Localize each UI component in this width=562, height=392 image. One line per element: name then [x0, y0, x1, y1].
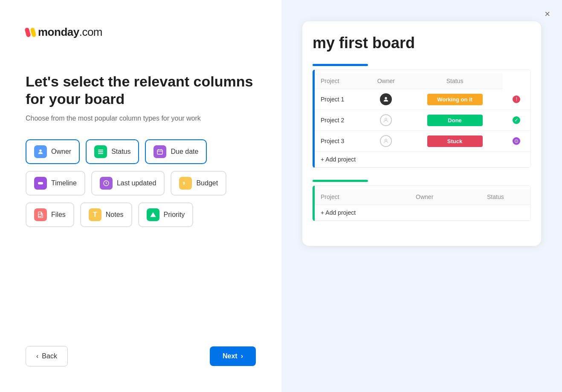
- priority-col-1: !: [503, 89, 530, 110]
- notes-icon: T: [89, 208, 101, 221]
- col-status-2: Status: [461, 189, 530, 205]
- svg-rect-2: [98, 151, 103, 152]
- chip-lastupdated-label: Last updated: [117, 179, 156, 187]
- project-status-1: Working on it: [407, 89, 502, 110]
- project-owner-2: [365, 110, 407, 131]
- chip-files[interactable]: Files: [26, 202, 74, 227]
- close-button[interactable]: ×: [545, 9, 550, 20]
- logo-text: monday.com: [38, 26, 102, 39]
- group2-bar: [313, 180, 368, 182]
- col-status-1: Status: [407, 73, 502, 89]
- left-content: Let's select the relevant columns for yo…: [26, 73, 256, 329]
- project-owner-1: [365, 89, 407, 110]
- back-chevron-icon: ‹: [36, 352, 38, 360]
- logo-slash-2: [30, 27, 36, 37]
- project-status-2: Done: [407, 110, 502, 131]
- group1-table-wrapper: Project Owner Status Project 1: [313, 69, 531, 168]
- group1-header-row: Project Owner Status: [315, 73, 530, 89]
- chip-owner-label: Owner: [51, 148, 71, 156]
- add-project-label-2[interactable]: + Add project: [315, 205, 530, 221]
- chip-owner[interactable]: Owner: [26, 139, 80, 164]
- back-label: Back: [42, 352, 57, 360]
- chip-priority[interactable]: Priority: [138, 202, 194, 227]
- project-name-2: Project 2: [315, 110, 365, 131]
- status-badge: Stuck: [427, 135, 483, 147]
- back-button[interactable]: ‹ Back: [26, 346, 68, 366]
- chip-duedate-label: Due date: [171, 148, 198, 156]
- col-owner-1: Owner: [365, 73, 407, 89]
- group2-header-row: Project Owner Status: [315, 189, 530, 205]
- svg-point-15: [385, 118, 387, 120]
- chip-budget-label: Budget: [196, 179, 218, 187]
- status-badge: Working on it: [427, 94, 483, 105]
- svg-rect-12: [38, 214, 43, 217]
- chip-timeline[interactable]: Timeline: [26, 171, 85, 196]
- group2-table-wrapper: Project Owner Status + Add project: [313, 185, 531, 221]
- priority-col-2: ✓: [503, 110, 530, 131]
- sub-heading: Choose from the most popular column type…: [26, 115, 256, 122]
- left-panel: monday.com Let's select the relevant col…: [0, 0, 281, 392]
- project-status-3: Stuck: [407, 131, 502, 152]
- status-icon: [94, 145, 107, 158]
- svg-text:$: $: [183, 181, 185, 185]
- col-project-2: Project: [315, 189, 389, 205]
- chip-budget[interactable]: $ Budget: [171, 171, 226, 196]
- right-panel: × my first board Project Owner Status: [281, 0, 562, 392]
- svg-point-16: [385, 139, 387, 141]
- chip-status[interactable]: Status: [86, 139, 139, 164]
- timeline-icon: [34, 177, 47, 190]
- table-row: Project 2 Done ✓: [315, 110, 530, 131]
- columns-row-2: Timeline Last updated $ Budget: [26, 171, 256, 196]
- avatar-placeholder: [380, 114, 392, 126]
- bottom-nav: ‹ Back Next ›: [26, 329, 256, 366]
- group1-bar: [313, 64, 368, 66]
- chip-status-label: Status: [111, 148, 130, 156]
- project-name-3: Project 3: [315, 131, 365, 152]
- svg-rect-1: [98, 150, 103, 150]
- board-preview: my first board Project Owner Status Pr: [302, 21, 541, 246]
- priority-indicator-1: !: [513, 95, 520, 103]
- group1-table: Project Owner Status Project 1: [315, 73, 530, 167]
- files-icon: [34, 208, 47, 221]
- priority-icon: [147, 208, 159, 221]
- chip-timeline-label: Timeline: [51, 179, 77, 187]
- col-owner-2: Owner: [389, 189, 461, 205]
- next-chevron-icon: ›: [241, 352, 243, 360]
- board-title: my first board: [313, 34, 531, 52]
- columns-grid: Owner Status Due date: [26, 139, 256, 227]
- priority-indicator-3: ⊙: [513, 137, 520, 145]
- columns-row-3: Files T Notes Priority: [26, 202, 256, 227]
- add-row: + Add project: [315, 205, 530, 221]
- columns-row-1: Owner Status Due date: [26, 139, 256, 164]
- next-label: Next: [223, 352, 238, 360]
- owner-icon: [34, 145, 47, 158]
- svg-marker-13: [150, 212, 156, 217]
- next-button[interactable]: Next ›: [210, 346, 256, 366]
- group2: Project Owner Status + Add project: [313, 180, 531, 221]
- project-owner-3: [365, 131, 407, 152]
- logo-slash-1: [24, 27, 31, 37]
- svg-rect-4: [157, 150, 162, 154]
- priority-indicator-2: ✓: [513, 116, 520, 124]
- chip-notes[interactable]: T Notes: [80, 202, 132, 227]
- chip-lastupdated[interactable]: Last updated: [91, 171, 165, 196]
- col-project-1: Project: [315, 73, 365, 89]
- table-row: Project 1 Working on it !: [315, 89, 530, 110]
- lastupdated-icon: [100, 177, 113, 190]
- group1: Project Owner Status Project 1: [313, 64, 531, 168]
- main-heading: Let's select the relevant columns for yo…: [26, 73, 256, 108]
- add-row: + Add project: [315, 152, 530, 167]
- add-project-label-1[interactable]: + Add project: [315, 152, 530, 167]
- duedate-icon: [154, 145, 166, 158]
- status-badge: Done: [427, 115, 483, 126]
- svg-point-0: [39, 149, 41, 151]
- group2-table: Project Owner Status + Add project: [315, 189, 530, 221]
- logo-icon: [26, 28, 35, 37]
- avatar-placeholder: [380, 135, 392, 147]
- chip-files-label: Files: [51, 211, 66, 219]
- chip-duedate[interactable]: Due date: [145, 139, 207, 164]
- table-row: Project 3 Stuck ⊙: [315, 131, 530, 152]
- svg-point-14: [385, 97, 387, 99]
- budget-icon: $: [179, 177, 192, 190]
- project-name-1: Project 1: [315, 89, 365, 110]
